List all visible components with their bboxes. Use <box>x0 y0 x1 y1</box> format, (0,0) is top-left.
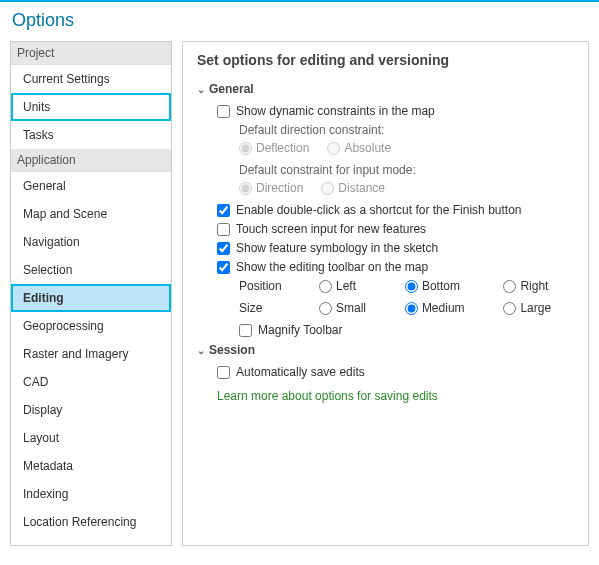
position-label: Position <box>239 279 303 293</box>
sidebar-item-layout[interactable]: Layout <box>11 424 171 452</box>
size-small-radio[interactable] <box>319 302 332 315</box>
show-toolbar-label: Show the editing toolbar on the map <box>236 260 428 274</box>
absolute-radio <box>327 142 340 155</box>
show-symbology-label: Show feature symbology in the sketch <box>236 241 438 255</box>
position-left-label: Left <box>336 279 356 293</box>
direction-radio <box>239 182 252 195</box>
touch-screen-checkbox[interactable] <box>217 223 230 236</box>
section-general-label: General <box>209 82 254 96</box>
sidebar-item-indexing[interactable]: Indexing <box>11 480 171 508</box>
enable-doubleclick-checkbox[interactable] <box>217 204 230 217</box>
learn-more-link[interactable]: Learn more about options for saving edit… <box>217 389 574 403</box>
magnify-toolbar-checkbox[interactable] <box>239 324 252 337</box>
size-medium-radio[interactable] <box>405 302 418 315</box>
auto-save-checkbox[interactable] <box>217 366 230 379</box>
sidebar-item-location-referencing[interactable]: Location Referencing <box>11 508 171 536</box>
options-main-panel: Set options for editing and versioning ⌄… <box>182 41 589 546</box>
size-medium-label: Medium <box>422 301 465 315</box>
position-left-radio[interactable] <box>319 280 332 293</box>
position-right-radio[interactable] <box>503 280 516 293</box>
sidebar-item-map-and-scene[interactable]: Map and Scene <box>11 200 171 228</box>
deflection-radio <box>239 142 252 155</box>
sidebar-item-navigation[interactable]: Navigation <box>11 228 171 256</box>
section-session-header[interactable]: ⌄ Session <box>197 343 574 357</box>
size-large-radio[interactable] <box>503 302 516 315</box>
touch-screen-label: Touch screen input for new features <box>236 222 426 236</box>
page-title: Options <box>0 2 599 41</box>
magnify-toolbar-label: Magnify Toolbar <box>258 323 343 337</box>
show-symbology-checkbox[interactable] <box>217 242 230 255</box>
show-dynamic-checkbox[interactable] <box>217 105 230 118</box>
sidebar-group-header: Project <box>11 42 171 65</box>
absolute-label: Absolute <box>344 141 391 155</box>
direction-label: Direction <box>256 181 303 195</box>
sidebar-item-units[interactable]: Units <box>11 93 171 121</box>
show-dynamic-label: Show dynamic constraints in the map <box>236 104 435 118</box>
sidebar-item-selection[interactable]: Selection <box>11 256 171 284</box>
sidebar-group-header: Application <box>11 149 171 172</box>
sidebar-item-current-settings[interactable]: Current Settings <box>11 65 171 93</box>
position-bottom-radio[interactable] <box>405 280 418 293</box>
chevron-down-icon: ⌄ <box>197 84 205 95</box>
options-sidebar: ProjectCurrent SettingsUnitsTasksApplica… <box>10 41 172 546</box>
sidebar-item-editing[interactable]: Editing <box>11 284 171 312</box>
auto-save-label: Automatically save edits <box>236 365 365 379</box>
position-bottom-label: Bottom <box>422 279 460 293</box>
default-input-label: Default constraint for input mode: <box>239 163 574 177</box>
sidebar-item-language[interactable]: Language <box>11 536 171 546</box>
sidebar-item-metadata[interactable]: Metadata <box>11 452 171 480</box>
size-small-label: Small <box>336 301 366 315</box>
default-direction-label: Default direction constraint: <box>239 123 574 137</box>
section-general-header[interactable]: ⌄ General <box>197 82 574 96</box>
panel-heading: Set options for editing and versioning <box>197 52 574 68</box>
section-session-label: Session <box>209 343 255 357</box>
sidebar-item-display[interactable]: Display <box>11 396 171 424</box>
sidebar-item-raster-and-imagery[interactable]: Raster and Imagery <box>11 340 171 368</box>
position-right-label: Right <box>520 279 548 293</box>
distance-label: Distance <box>338 181 385 195</box>
size-label: Size <box>239 301 303 315</box>
enable-doubleclick-label: Enable double-click as a shortcut for th… <box>236 203 522 217</box>
chevron-down-icon: ⌄ <box>197 345 205 356</box>
deflection-label: Deflection <box>256 141 309 155</box>
sidebar-item-general[interactable]: General <box>11 172 171 200</box>
sidebar-item-tasks[interactable]: Tasks <box>11 121 171 149</box>
size-large-label: Large <box>520 301 551 315</box>
distance-radio <box>321 182 334 195</box>
show-toolbar-checkbox[interactable] <box>217 261 230 274</box>
sidebar-item-cad[interactable]: CAD <box>11 368 171 396</box>
sidebar-item-geoprocessing[interactable]: Geoprocessing <box>11 312 171 340</box>
